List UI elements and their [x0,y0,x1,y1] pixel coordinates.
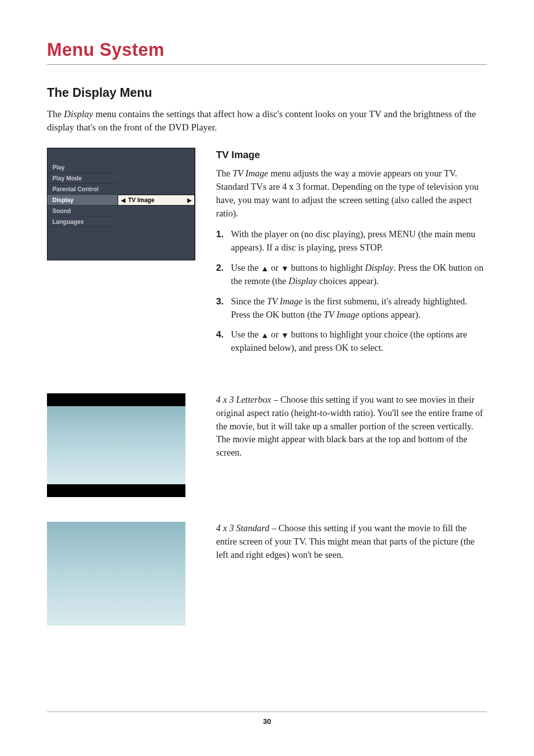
step-4: 4. Use the ▲ or ▼ buttons to highlight y… [216,328,487,355]
menu-item-play: Play [47,162,118,173]
standard-text: 4 x 3 Standard – Choose this setting if … [216,522,487,561]
submenu-label: TV Image [128,197,154,204]
step-2-em: Display [365,263,394,273]
step-3-num: 3. [216,295,231,322]
step-4-body: Use the ▲ or ▼ buttons to highlight your… [231,328,487,355]
letterbox-dash: – [271,395,281,405]
intro-paragraph: The Display menu contains the settings t… [47,108,487,134]
tv-image-heading: TV Image [216,148,487,162]
step-4-pre: Use the [231,330,261,339]
step-3-end: options appear). [359,310,421,320]
letterbox-top-bar [47,393,185,406]
letterbox-lead: 4 x 3 Letterbox [216,395,271,405]
step-2-body: Use the ▲ or ▼ buttons to highlight Disp… [231,261,487,288]
page-footer: 30 [47,712,487,725]
menu-item-parental-control: Parental Control [47,184,118,195]
tv-image-intro-pre: The [216,168,232,178]
section-heading: The Display Menu [47,85,487,100]
step-3-em2: TV Image [324,310,359,320]
standard-lead: 4 x 3 Standard [216,523,269,533]
step-3-pre: Since the [231,296,267,306]
page-title: Menu System [47,40,487,60]
step-1-num: 1. [216,228,231,254]
menu-item-languages: Languages [47,216,118,227]
steps-list: 1. With the player on (no disc playing),… [216,228,487,355]
step-1-body: With the player on (no disc playing), pr… [231,228,487,254]
intro-em: Display [64,109,93,119]
tv-image-intro: The TV Image menu adjusts the way a movi… [216,167,487,220]
standard-screen [47,522,185,626]
triangle-right-icon: ▶ [187,197,191,204]
step-2-pre: Use the [231,263,261,273]
step-3: 3. Since the TV Image is the first subme… [216,295,487,322]
intro-pre: The [47,109,64,119]
arrow-down-icon: ▼ [281,263,289,274]
arrow-up-icon: ▲ [261,330,269,341]
letterbox-text: 4 x 3 Letterbox – Choose this setting if… [216,393,487,460]
arrow-up-icon: ▲ [261,263,269,274]
standard-illustration [47,522,185,626]
letterbox-section: 4 x 3 Letterbox – Choose this setting if… [47,393,487,497]
menu-sidebar: Play Play Mode Parental Control Display … [47,148,118,260]
standard-dash: – [269,523,279,533]
step-3-body: Since the TV Image is the first submenu,… [231,295,487,322]
step-1: 1. With the player on (no disc playing),… [216,228,487,254]
menu-submenu: ◀ TV Image ▶ [118,148,195,260]
menu-item-display: Display [47,195,118,206]
standard-section: 4 x 3 Standard – Choose this setting if … [47,522,487,626]
step-4-mid: or [268,330,281,339]
tv-image-intro-em: TV Image [232,168,268,178]
step-4-num: 4. [216,328,231,355]
letterbox-screen [47,406,185,484]
menu-item-sound: Sound [47,206,118,216]
step-2-end: choices appear). [317,276,379,286]
step-2-em2: Display [289,276,317,286]
menu-submenu-tv-image: ◀ TV Image ▶ [118,195,195,206]
menu-item-play-mode: Play Mode [47,173,118,184]
menu-screenshot: Play Play Mode Parental Control Display … [47,148,195,260]
step-2-num: 2. [216,261,231,288]
step-2: 2. Use the ▲ or ▼ buttons to highlight D… [216,261,487,288]
letterbox-illustration [47,393,185,497]
step-2-post-pre: buttons to highlight [289,263,365,273]
step-3-em: TV Image [267,296,303,306]
letterbox-bottom-bar [47,484,185,497]
page-number: 30 [263,717,271,725]
step-2-mid: or [268,263,281,273]
triangle-left-icon: ◀ [121,197,125,204]
title-rule [47,64,487,65]
arrow-down-icon: ▼ [281,330,289,341]
intro-post: menu contains the settings that affect h… [47,109,476,132]
